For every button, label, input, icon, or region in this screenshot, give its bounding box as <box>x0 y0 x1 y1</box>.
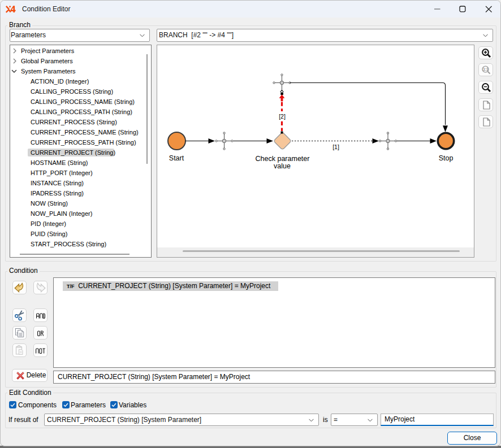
svg-text:Start: Start <box>169 154 184 162</box>
svg-text:[2]: [2] <box>279 113 286 120</box>
svg-text:Stop: Stop <box>439 154 454 162</box>
svg-text:1:1: 1:1 <box>483 67 489 71</box>
svg-text:value: value <box>274 162 291 170</box>
svg-text:Check parameter: Check parameter <box>256 155 310 163</box>
svg-text:[1]: [1] <box>332 143 339 150</box>
